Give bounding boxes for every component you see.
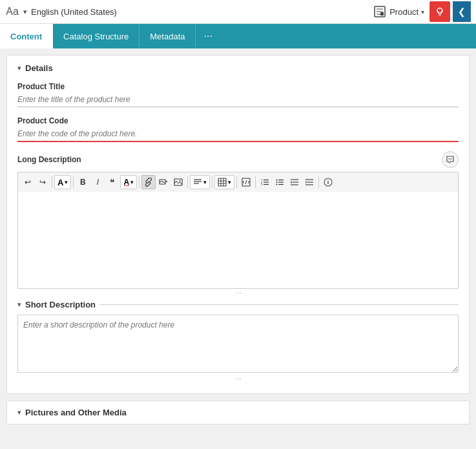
table-chevron: ▾ [228, 179, 231, 185]
svg-rect-12 [218, 178, 226, 186]
ol-icon: 1 2 3 [260, 178, 269, 187]
toolbar-separator-3 [139, 176, 140, 188]
top-bar-right: Product ▾ ❮ [370, 1, 471, 22]
table-icon [218, 178, 227, 187]
svg-point-28 [276, 182, 278, 183]
product-code-input[interactable] [17, 128, 459, 142]
ordered-list-button[interactable]: 1 2 3 [258, 175, 272, 189]
product-code-field: Product Code [17, 116, 459, 142]
pictures-chevron-icon[interactable]: ▾ [17, 408, 21, 417]
align-dropdown[interactable]: ▾ [190, 175, 210, 189]
align-chevron: ▾ [203, 179, 207, 185]
font-color-icon: A [123, 178, 129, 187]
details-chevron-icon: ▾ [17, 64, 21, 72]
indent-button[interactable] [302, 175, 316, 189]
toolbar-separator-6 [236, 176, 237, 188]
image-icon [174, 178, 183, 187]
svg-point-3 [448, 158, 450, 160]
pictures-section: ▾ Pictures and Other Media [6, 401, 470, 424]
info-button[interactable] [321, 175, 335, 189]
bulb-button[interactable] [429, 1, 450, 22]
bulb-icon [435, 6, 445, 17]
details-title: Details [25, 63, 53, 73]
font-size-dropdown[interactable]: A ▾ [54, 175, 71, 189]
image-button[interactable] [171, 175, 185, 189]
comment-icon [446, 155, 455, 164]
product-code-label: Product Code [17, 116, 459, 125]
toolbar-separator-7 [255, 176, 256, 188]
undo-button[interactable]: ↩ [21, 175, 35, 189]
product-title-input[interactable] [17, 94, 459, 107]
long-desc-header: Long Description [17, 151, 459, 168]
short-description-input[interactable] [17, 315, 459, 373]
main-content: ▾ Details Product Title Product Code Lon… [0, 48, 476, 449]
short-desc-divider [99, 304, 459, 305]
product-icon [373, 5, 387, 19]
font-color-dropdown[interactable]: A ▾ [120, 175, 137, 189]
svg-rect-1 [380, 12, 384, 16]
svg-point-29 [276, 184, 278, 185]
aa-icon: Aa [5, 5, 19, 19]
details-section-header[interactable]: ▾ Details [17, 63, 459, 73]
image-link-button[interactable] [156, 175, 171, 189]
product-label: Product [389, 7, 419, 17]
top-bar: Aa ▾ English (United States) Product ▾ [0, 0, 476, 24]
source-icon [242, 178, 251, 187]
back-button[interactable]: ❮ [453, 1, 471, 22]
product-dropdown-chevron: ▾ [421, 8, 424, 16]
toolbar-separator-8 [318, 176, 319, 188]
bold-button[interactable]: B [76, 175, 90, 189]
font-size-icon: A [57, 178, 63, 187]
link-icon [144, 178, 153, 187]
long-description-editor[interactable] [17, 192, 459, 289]
back-arrow-icon: ❮ [458, 6, 466, 17]
short-description-section: ▾ Short Description ⋯ [17, 300, 459, 383]
language-label: English (United States) [31, 7, 366, 17]
svg-text:3: 3 [261, 183, 263, 186]
long-desc-label: Long Description [17, 155, 81, 164]
tab-metadata[interactable]: Metadata [140, 24, 196, 48]
rte-resize-handle: ⋯ [17, 289, 459, 297]
quote-button[interactable]: ❝ [105, 175, 119, 189]
tab-content[interactable]: Content [0, 24, 53, 48]
nav-tabs: Content Catalog Structure Metadata ··· [0, 24, 476, 48]
tab-catalog-structure[interactable]: Catalog Structure [53, 24, 140, 48]
italic-button[interactable]: I [90, 175, 105, 189]
short-desc-chevron-icon[interactable]: ▾ [17, 300, 21, 309]
comment-button[interactable] [442, 151, 459, 168]
details-section: ▾ Details Product Title Product Code Lon… [6, 55, 470, 394]
svg-point-4 [450, 158, 451, 160]
product-button[interactable]: Product ▾ [370, 3, 427, 20]
outdent-button[interactable] [287, 175, 302, 189]
svg-point-27 [276, 180, 278, 181]
short-desc-header: ▾ Short Description [17, 300, 459, 309]
info-icon [324, 178, 333, 187]
image-link-icon [159, 178, 168, 187]
long-description-field: Long Description ↩ ↪ A ▾ [17, 151, 459, 297]
toolbar-separator-5 [212, 176, 212, 188]
toolbar-separator-1 [52, 176, 52, 188]
toolbar-separator-4 [187, 176, 188, 188]
source-button[interactable] [239, 175, 253, 189]
lang-chevron[interactable]: ▾ [23, 8, 27, 16]
unordered-list-button[interactable] [273, 175, 287, 189]
toolbar-separator-2 [73, 176, 74, 188]
font-size-chevron: ▾ [65, 179, 68, 185]
align-icon [193, 178, 202, 187]
table-dropdown[interactable]: ▾ [214, 175, 234, 189]
rte-toolbar: ↩ ↪ A ▾ B I ❝ A ▾ [17, 172, 459, 192]
svg-point-5 [451, 158, 452, 160]
tabs-more-button[interactable]: ··· [196, 24, 220, 48]
font-color-chevron: ▾ [130, 179, 134, 185]
pictures-title: Pictures and Other Media [25, 408, 127, 417]
svg-point-2 [437, 8, 442, 14]
product-title-field: Product Title [17, 82, 459, 107]
short-desc-resize-handle: ⋯ [17, 375, 459, 383]
svg-point-8 [180, 180, 181, 182]
short-desc-title: Short Description [25, 300, 96, 309]
svg-point-38 [327, 180, 329, 182]
outdent-icon [290, 178, 299, 187]
link-button[interactable] [141, 175, 156, 189]
ul-icon [275, 178, 284, 187]
redo-button[interactable]: ↪ [36, 175, 50, 189]
